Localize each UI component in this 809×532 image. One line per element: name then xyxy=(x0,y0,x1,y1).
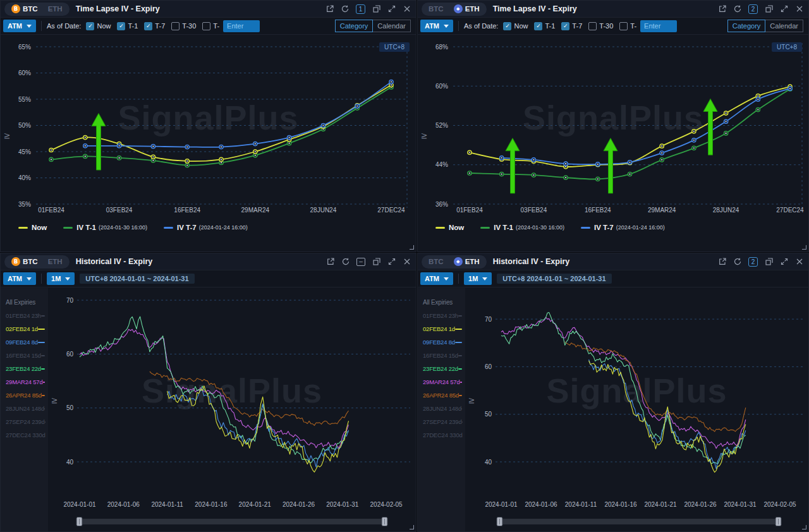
x-scrollbar[interactable] xyxy=(497,519,781,524)
expiry-item[interactable]: 29MAR24 57d xyxy=(418,375,465,389)
calendar-button[interactable]: Calendar xyxy=(765,20,803,32)
legend-item[interactable]: IV T-7(2024-01-24 16:00) xyxy=(164,224,248,231)
close-icon[interactable] xyxy=(403,258,411,266)
coin-toggle[interactable]: BTC ◆ ETH xyxy=(422,255,487,269)
refresh-icon[interactable] xyxy=(341,5,349,13)
expiry-item[interactable]: 23FEB24 22d xyxy=(1,362,48,375)
layout-count-badge[interactable]: 1 xyxy=(356,4,365,14)
tab-btc[interactable]: BTC xyxy=(424,3,448,15)
svg-text:55%: 55% xyxy=(18,96,31,103)
close-icon[interactable] xyxy=(795,5,803,13)
expiry-item[interactable]: 26APR24 85d xyxy=(1,389,48,402)
expiry-item[interactable]: 27DEC24 330d xyxy=(418,428,465,442)
x-scrollbar[interactable] xyxy=(76,519,387,524)
expiry-item[interactable]: 16FEB24 15d xyxy=(418,349,465,362)
resize-handle[interactable] xyxy=(410,245,414,250)
coin-toggle[interactable]: BTC ◆ ETH xyxy=(422,3,487,16)
checkbox-t-30[interactable]: T-30 xyxy=(588,22,613,30)
timelapse-chart[interactable]: 65%60%55%50%45%40%35%01FEB2403FEB2416FEB… xyxy=(1,35,416,251)
historical-chart[interactable]: 706050402024-01-012024-01-062024-01-1120… xyxy=(465,288,808,531)
checkbox-t-30[interactable]: T-30 xyxy=(171,22,196,30)
refresh-icon[interactable] xyxy=(733,5,741,13)
expiry-item[interactable]: 27SEP24 239d xyxy=(418,415,465,428)
expiry-item[interactable]: 16FEB24 15d xyxy=(1,349,48,362)
legend-item[interactable]: IV T-1(2024-01-30 16:00) xyxy=(63,224,147,231)
expiry-item[interactable]: All Expiries xyxy=(1,296,48,309)
tab-eth[interactable]: ◆ ETH xyxy=(449,3,484,15)
category-button[interactable]: Category xyxy=(335,20,374,32)
close-icon[interactable] xyxy=(795,258,803,266)
svg-text:2024-01-01: 2024-01-01 xyxy=(485,501,518,508)
duplicate-icon[interactable] xyxy=(372,258,380,266)
expiry-item[interactable]: 02FEB24 1d xyxy=(418,322,465,336)
expand-icon[interactable] xyxy=(780,258,788,266)
category-button[interactable]: Category xyxy=(727,20,766,32)
checkbox-t-7[interactable]: ✓T-7 xyxy=(144,22,165,30)
atm-dropdown[interactable]: ATM xyxy=(3,272,36,285)
coin-toggle[interactable]: B BTC ETH xyxy=(4,3,70,16)
t-minus-days-input[interactable] xyxy=(223,20,260,32)
collapse-icon[interactable]: – xyxy=(356,258,365,266)
duplicate-icon[interactable] xyxy=(372,5,380,13)
expiry-item[interactable]: 27DEC24 330d xyxy=(1,428,48,442)
calendar-button[interactable]: Calendar xyxy=(372,20,411,32)
checkbox-t-[interactable]: T- xyxy=(619,22,636,30)
expiry-item[interactable]: 01FEB24 23h xyxy=(418,309,465,322)
open-in-new-icon[interactable] xyxy=(718,5,726,13)
open-in-new-icon[interactable] xyxy=(325,5,334,13)
open-in-new-icon[interactable] xyxy=(326,258,334,266)
checkbox-t-[interactable]: T- xyxy=(202,22,219,30)
layout-count-badge[interactable]: 2 xyxy=(748,257,758,267)
historical-chart[interactable]: 706050402024-01-012024-01-062024-01-1120… xyxy=(48,288,416,531)
expand-icon[interactable] xyxy=(387,258,396,266)
btc-icon: B xyxy=(11,4,20,13)
tab-eth[interactable]: ETH xyxy=(44,3,67,15)
atm-dropdown[interactable]: ATM xyxy=(420,20,453,32)
open-in-new-icon[interactable] xyxy=(718,258,726,266)
expiry-item[interactable]: 28JUN24 148d xyxy=(418,402,465,415)
resize-handle[interactable] xyxy=(410,525,414,529)
tab-btc[interactable]: B BTC xyxy=(7,256,42,268)
legend-item[interactable]: IV T-7(2024-01-24 16:00) xyxy=(581,224,665,231)
expiry-item[interactable]: 27SEP24 239d xyxy=(1,415,48,428)
tab-eth[interactable]: ◆ ETH xyxy=(449,256,484,268)
legend-item[interactable]: IV T-1(2024-01-30 16:00) xyxy=(480,224,564,231)
expand-icon[interactable] xyxy=(780,5,788,13)
checkbox-t-1[interactable]: ✓T-1 xyxy=(534,22,555,30)
timelapse-chart[interactable]: 68%60%52%44%36%01FEB2403FEB2416FEB2429MA… xyxy=(418,35,808,251)
expand-icon[interactable] xyxy=(387,5,396,13)
coin-toggle[interactable]: B BTC ETH xyxy=(4,255,70,269)
checkbox-t-7[interactable]: ✓T-7 xyxy=(561,22,582,30)
resize-handle[interactable] xyxy=(802,525,806,529)
expiry-item[interactable]: 09FEB24 8d xyxy=(1,336,48,349)
refresh-icon[interactable] xyxy=(341,258,350,266)
expiry-item[interactable]: 29MAR24 57d xyxy=(1,375,48,389)
chart-legend: NowIV T-1(2024-01-30 16:00)IV T-7(2024-0… xyxy=(435,224,665,231)
period-dropdown[interactable]: 1M xyxy=(464,272,492,285)
atm-dropdown[interactable]: ATM xyxy=(420,272,453,285)
refresh-icon[interactable] xyxy=(733,258,741,266)
close-icon[interactable] xyxy=(403,5,411,13)
legend-item[interactable]: Now xyxy=(18,224,47,231)
tab-btc[interactable]: BTC xyxy=(424,256,448,268)
checkbox-now[interactable]: ✓Now xyxy=(503,22,528,30)
expiry-item[interactable]: 28JUN24 148d xyxy=(1,402,48,415)
expiry-item[interactable]: 23FEB24 22d xyxy=(418,362,465,375)
expiry-item[interactable]: 09FEB24 8d xyxy=(418,336,465,349)
expiry-item[interactable]: 01FEB24 23h xyxy=(1,309,48,322)
period-dropdown[interactable]: 1M xyxy=(47,272,75,285)
duplicate-icon[interactable] xyxy=(765,258,773,266)
layout-count-badge[interactable]: 2 xyxy=(748,4,758,14)
checkbox-now[interactable]: ✓Now xyxy=(86,22,111,30)
legend-item[interactable]: Now xyxy=(435,224,464,231)
tab-eth[interactable]: ETH xyxy=(44,256,67,268)
expiry-item[interactable]: 02FEB24 1d xyxy=(1,322,48,336)
expiry-item[interactable]: All Expiries xyxy=(418,296,465,309)
t-minus-days-input[interactable] xyxy=(640,20,677,32)
expiry-item[interactable]: 26APR24 85d xyxy=(418,389,465,402)
tab-btc[interactable]: B BTC xyxy=(7,3,42,15)
checkbox-t-1[interactable]: ✓T-1 xyxy=(117,22,138,30)
atm-dropdown[interactable]: ATM xyxy=(3,20,36,32)
resize-handle[interactable] xyxy=(802,245,806,250)
duplicate-icon[interactable] xyxy=(765,5,773,13)
